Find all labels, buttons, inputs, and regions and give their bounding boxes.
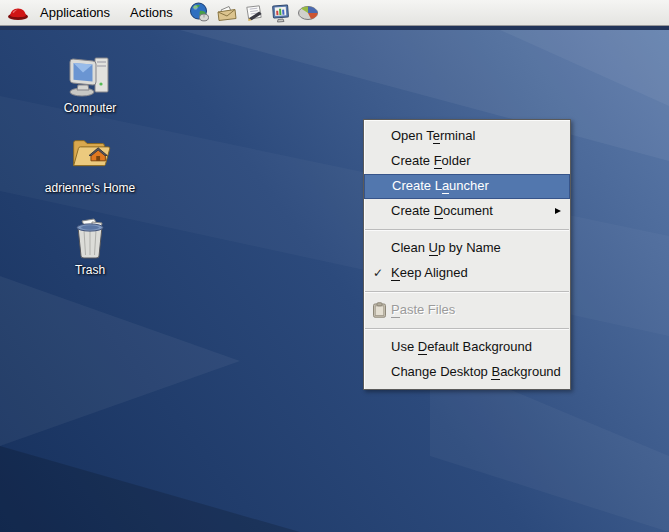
email-icon[interactable] <box>216 2 238 24</box>
checkmark-icon: ✓ <box>373 261 383 285</box>
menu-separator <box>365 291 569 293</box>
desktop-icon-label: adrienne's Home <box>45 181 135 195</box>
panel-launchers <box>189 2 319 24</box>
desktop-icon-trash[interactable]: Trash <box>30 216 150 277</box>
redhat-icon[interactable] <box>6 3 30 23</box>
desktop-icon-label: Computer <box>64 101 117 115</box>
menu-item-change-desktop-background[interactable]: Change Desktop Background <box>364 360 570 385</box>
impress-icon[interactable] <box>270 2 292 24</box>
desktop-icon-label: Trash <box>75 263 105 277</box>
menu-item-create-launcher[interactable]: Create Launcher <box>364 174 570 199</box>
computer-icon <box>66 54 114 98</box>
menu-item-create-folder[interactable]: Create Folder <box>364 149 570 174</box>
trash-icon <box>66 216 114 260</box>
desktop-context-menu: Open Terminal Create Folder Create Launc… <box>363 119 571 390</box>
submenu-arrow-icon <box>555 208 561 214</box>
menu-separator <box>365 328 569 330</box>
desktop-icon-home[interactable]: adrienne's Home <box>30 134 150 195</box>
menu-separator <box>365 229 569 231</box>
menu-item-keep-aligned[interactable]: ✓ Keep Aligned <box>364 261 570 286</box>
menu-item-clean-up-by-name[interactable]: Clean Up by Name <box>364 236 570 261</box>
calc-icon[interactable] <box>297 2 319 24</box>
web-browser-icon[interactable] <box>189 2 211 24</box>
applications-menu[interactable]: Applications <box>30 1 120 25</box>
actions-menu[interactable]: Actions <box>120 1 183 25</box>
home-folder-icon <box>66 134 114 178</box>
clipboard-icon <box>372 302 387 318</box>
writer-icon[interactable] <box>243 2 265 24</box>
menu-item-paste-files[interactable]: Paste Files <box>364 298 570 323</box>
menu-item-create-document[interactable]: Create Document <box>364 199 570 224</box>
desktop-icon-computer[interactable]: Computer <box>30 54 150 115</box>
menu-item-open-terminal[interactable]: Open Terminal <box>364 124 570 149</box>
top-panel: Applications Actions <box>0 0 669 26</box>
menu-item-use-default-background[interactable]: Use Default Background <box>364 335 570 360</box>
